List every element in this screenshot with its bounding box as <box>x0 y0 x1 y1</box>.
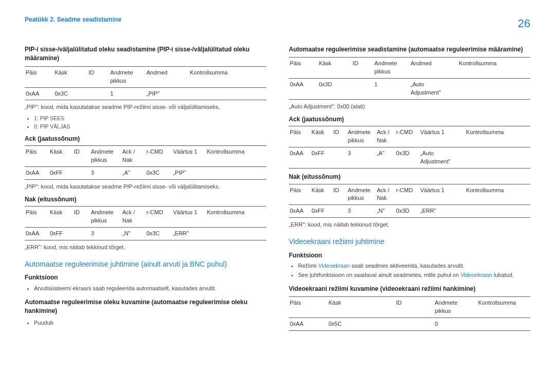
func-list: Arvutisüsteemi ekraani saab reguleerida … <box>25 285 266 293</box>
ack-title: Ack (jaatussõnum) <box>25 135 266 143</box>
page-number: 26 <box>518 15 530 32</box>
video-mode-heading: Videoekraani režiimi juhtimine <box>289 236 530 247</box>
table-row: 0xAA 0xFF 3 „A" 0x3C „PIP" <box>25 167 266 180</box>
left-column: PIP-i sisse-/väljalülitatud oleku seadis… <box>25 45 266 334</box>
pip-value-list: 1: PIP SEES 0: PIP VÄLJAS <box>25 115 266 130</box>
nak-title: Nak (eitussõnum) <box>25 195 266 204</box>
content-columns: PIP-i sisse-/väljalülitatud oleku seadis… <box>25 45 530 334</box>
pip-nak-table: Päis Käsk ID Andmete pikkus Ack / Nak r-… <box>25 206 266 240</box>
videoekraan-link[interactable]: Videoekraan <box>460 272 492 278</box>
table-row: 0xAA 0x3C 1 „PIP" <box>25 87 266 100</box>
page-header: Peatükk 2. Seadme seadistamine 26 <box>25 15 530 32</box>
table-row: 0xAA 0x3D 1 „Auto Adjustment" <box>289 79 530 100</box>
err-note: „ERR": kood, mis näitab tekkinud tõrget. <box>25 244 266 252</box>
ack-note: „PIP": kood, mida kasutatakse seadme PIP… <box>25 183 266 191</box>
videoekraan-link[interactable]: Videoekraan <box>318 263 350 269</box>
pip-set-title: PIP-i sisse-/väljalülitatud oleku seadis… <box>25 45 266 63</box>
auto-status-list: Puudub <box>25 319 266 327</box>
auto-note: „Auto Adjustment": 0x00 (alati) <box>289 103 530 111</box>
err-note-right: „ERR": kood, mis näitab tekkinud tõrget. <box>289 221 530 229</box>
breadcrumb: Peatükk 2. Seadme seadistamine <box>25 15 121 24</box>
auto-set-title: Automaatse reguleerimise seadistamine (a… <box>289 45 530 54</box>
pip-note: „PIP": kood, mida kasutatakse seadme PIP… <box>25 103 266 111</box>
table-row: 0xAA 0xFF 3 „A" 0x3D „Auto Adjustment" <box>289 147 530 169</box>
pip-ack-table: Päis Käsk ID Andmete pikkus Ack / Nak r-… <box>25 145 266 180</box>
table-row: 0xAA 0xFF 3 „N" 0x3D „ERR" <box>289 205 530 218</box>
auto-ack-table: Päis Käsk ID Andmete pikkus Ack / Nak r-… <box>289 126 530 169</box>
auto-set-table: Päis Käsk ID Andmete pikkus Andmed Kontr… <box>289 57 530 100</box>
video-func-list: Režiimi Videoekraan saab seadmes aktivee… <box>289 262 530 279</box>
ack-title-right: Ack (jaatussõnum) <box>289 115 530 124</box>
video-display-table: Päis Käsk ID Andmete pikkus Kontrollsumm… <box>289 296 530 331</box>
list-item: See juhtfunktsioon on saadaval ainult se… <box>298 271 530 279</box>
nak-title-right: Nak (eitussõnum) <box>289 173 530 181</box>
auto-adjust-heading: Automaatse reguleerimise juhtimine (ainu… <box>25 259 266 269</box>
table-row: 0xAA 0xFF 3 „N" 0x3C „ERR" <box>25 228 266 240</box>
table-row: 0xAA 0x5C 0 <box>289 318 530 331</box>
list-item: Režiimi Videoekraan saab seadmes aktivee… <box>298 262 530 270</box>
func-title-right: Funktsioon <box>289 251 530 260</box>
auto-nak-table: Päis Käsk ID Andmete pikkus Ack / Nak r-… <box>289 184 530 218</box>
right-column: Automaatse reguleerimise seadistamine (a… <box>289 45 530 334</box>
video-display-title: Videoekraani režiimi kuvamine (videoekra… <box>289 285 530 293</box>
pip-set-table: Päis Käsk ID Andmete pikkus Andmed Kontr… <box>25 66 266 101</box>
auto-status-title: Automaatse reguleerimise oleku kuvamine … <box>25 298 266 316</box>
func-title: Funktsioon <box>25 273 266 282</box>
